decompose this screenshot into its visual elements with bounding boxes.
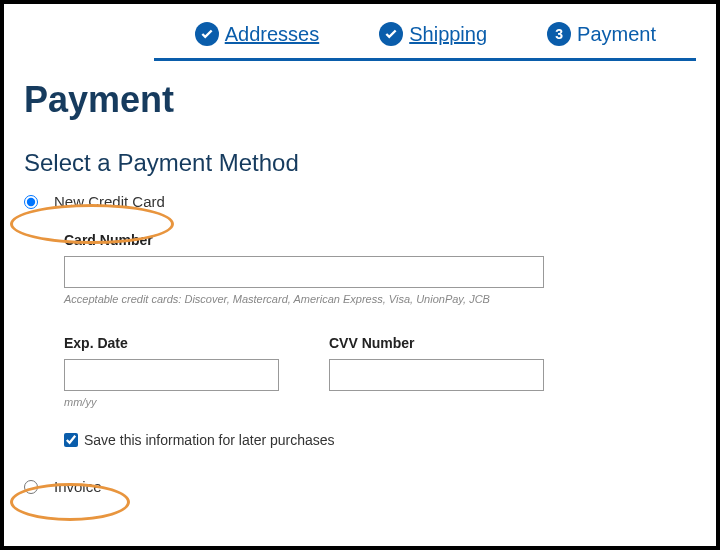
option-invoice-label: Invoice [54, 478, 102, 495]
step-addresses[interactable]: Addresses [195, 22, 320, 46]
checkout-stepper: Addresses Shipping 3 Payment [154, 4, 696, 61]
step-shipping-label: Shipping [409, 23, 487, 46]
check-icon [379, 22, 403, 46]
option-new-card-label: New Credit Card [54, 193, 165, 210]
radio-invoice[interactable] [24, 480, 38, 494]
cvv-label: CVV Number [329, 335, 544, 351]
step-addresses-label: Addresses [225, 23, 320, 46]
card-number-label: Card Number [64, 232, 544, 248]
option-new-card[interactable]: New Credit Card [24, 193, 696, 210]
step-shipping[interactable]: Shipping [379, 22, 487, 46]
page-subtitle: Select a Payment Method [24, 149, 696, 177]
card-details: Card Number Acceptable credit cards: Dis… [64, 232, 544, 448]
cvv-input[interactable] [329, 359, 544, 391]
save-info-checkbox[interactable] [64, 433, 78, 447]
check-icon [195, 22, 219, 46]
step-number-icon: 3 [547, 22, 571, 46]
exp-date-hint: mm/yy [64, 396, 279, 408]
page-title: Payment [24, 79, 696, 121]
exp-date-input[interactable] [64, 359, 279, 391]
card-number-input[interactable] [64, 256, 544, 288]
acceptable-cards-hint: Acceptable credit cards: Discover, Maste… [64, 293, 544, 305]
exp-date-label: Exp. Date [64, 335, 279, 351]
option-invoice[interactable]: Invoice [24, 478, 696, 495]
save-info-label: Save this information for later purchase… [84, 432, 335, 448]
radio-new-card[interactable] [24, 195, 38, 209]
step-payment[interactable]: 3 Payment [547, 22, 656, 46]
step-payment-label: Payment [577, 23, 656, 46]
